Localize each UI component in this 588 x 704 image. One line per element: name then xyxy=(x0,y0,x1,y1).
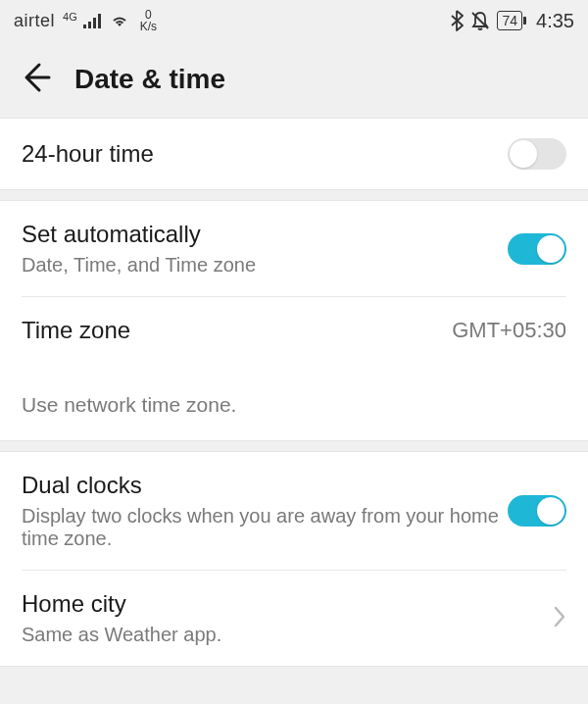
chevron-right-icon xyxy=(553,605,566,632)
timezone-note: Use network time zone. xyxy=(0,364,588,440)
statusbar-right: 74 4:35 xyxy=(450,10,574,32)
row-home-city[interactable]: Home city Same as Weather app. xyxy=(0,571,588,666)
label-dual-clocks: Dual clocks xyxy=(22,472,508,499)
signal-icon xyxy=(83,13,103,28)
label-home-city: Home city xyxy=(22,590,543,618)
section-24h: 24-hour time xyxy=(0,118,588,190)
carrier-name: airtel xyxy=(14,11,55,31)
row-set-auto[interactable]: Set automatically Date, Time, and Time z… xyxy=(0,201,588,296)
svg-rect-3 xyxy=(98,14,101,28)
header: Date & time xyxy=(0,41,588,118)
svg-rect-0 xyxy=(83,25,86,28)
row-dual-clocks[interactable]: Dual clocks Display two clocks when you … xyxy=(0,452,588,570)
label-set-auto: Set automatically xyxy=(22,221,508,248)
data-speed: 0 K/s xyxy=(140,9,157,32)
toggle-dual-clocks[interactable] xyxy=(508,495,566,527)
label-24h: 24-hour time xyxy=(22,140,508,168)
svg-rect-2 xyxy=(93,18,96,28)
section-auto: Set automatically Date, Time, and Time z… xyxy=(0,200,588,441)
row-timezone[interactable]: Time zone GMT+05:30 xyxy=(0,297,588,364)
statusbar-left: airtel 4G 0 K/s xyxy=(14,9,157,32)
section-dual: Dual clocks Display two clocks when you … xyxy=(0,451,588,667)
bluetooth-icon xyxy=(450,10,464,31)
wifi-icon xyxy=(109,13,130,28)
sub-home-city: Same as Weather app. xyxy=(22,624,543,646)
back-icon[interactable] xyxy=(20,61,53,98)
svg-rect-1 xyxy=(88,22,91,28)
toggle-24h[interactable] xyxy=(508,138,566,170)
sub-set-auto: Date, Time, and Time zone xyxy=(22,254,508,277)
toggle-set-auto[interactable] xyxy=(508,233,566,265)
label-timezone: Time zone xyxy=(22,317,452,344)
sub-dual-clocks: Display two clocks when you are away fro… xyxy=(22,505,508,550)
network-tag: 4G xyxy=(63,12,77,23)
status-bar: airtel 4G 0 K/s 74 4:35 xyxy=(0,0,588,41)
statusbar-time: 4:35 xyxy=(536,10,574,32)
page-title: Date & time xyxy=(74,64,225,95)
row-24h-time[interactable]: 24-hour time xyxy=(0,119,588,189)
value-timezone: GMT+05:30 xyxy=(452,318,566,343)
dnd-icon xyxy=(469,10,491,31)
battery-icon: 74 xyxy=(497,11,526,30)
